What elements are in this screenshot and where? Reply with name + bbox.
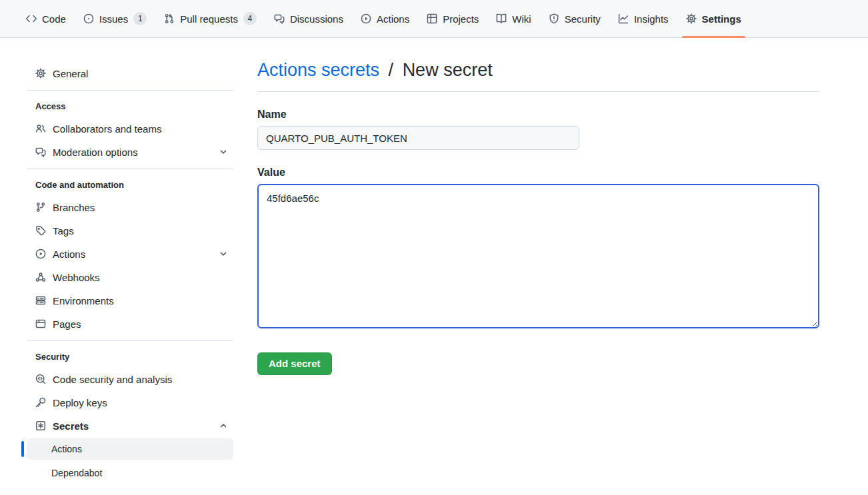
- secret-name-input[interactable]: [257, 126, 579, 150]
- name-label: Name: [257, 109, 819, 121]
- issues-count-badge: 1: [133, 12, 147, 25]
- chevron-up-icon: [219, 421, 228, 430]
- sidebar-item-collaborators-and-teams[interactable]: Collaborators and teams: [27, 118, 233, 139]
- table-icon: [427, 13, 437, 24]
- sidebar-item-label: Moderation options: [53, 147, 138, 158]
- repo-tab-bar: Code Issues 1 Pull requests 4 Discussion…: [0, 0, 868, 38]
- webhook-icon: [35, 272, 46, 282]
- sidebar-item-general[interactable]: General: [27, 63, 233, 84]
- sidebar-item-moderation-options[interactable]: Moderation options: [27, 141, 233, 163]
- browser-icon: [35, 318, 46, 329]
- tab-code[interactable]: Code: [19, 0, 73, 37]
- sidebar-item-label: Collaborators and teams: [53, 123, 161, 135]
- sidebar-item-label: Branches: [53, 202, 95, 213]
- sidebar-section-access: Access Collaborators and teams Moderatio…: [27, 90, 233, 163]
- page-title: New secret: [403, 60, 493, 80]
- sidebar-item-label: Pages: [53, 318, 81, 330]
- sidebar-item-pages[interactable]: Pages: [27, 313, 233, 334]
- shield-icon: [549, 13, 559, 24]
- new-secret-form: Actions secrets / New secret Name Value …: [257, 59, 819, 375]
- tab-settings[interactable]: Settings: [679, 0, 748, 37]
- sidebar-item-label: Tags: [53, 225, 74, 237]
- tab-wiki[interactable]: Wiki: [489, 0, 537, 37]
- tab-label: Pull requests: [180, 14, 238, 24]
- sidebar-item-label: Webhooks: [53, 272, 100, 283]
- sidebar-item-environments[interactable]: Environments: [27, 290, 233, 311]
- tab-security[interactable]: Security: [542, 0, 607, 37]
- tab-label: Settings: [702, 14, 741, 24]
- sidebar-item-label: Secrets: [53, 420, 89, 432]
- key-icon: [35, 397, 46, 408]
- tab-issues[interactable]: Issues 1: [77, 0, 153, 37]
- add-secret-button[interactable]: Add secret: [257, 352, 332, 375]
- tag-icon: [35, 225, 46, 236]
- tab-label: Insights: [634, 14, 669, 24]
- sidebar-section-security: Security Code security and analysis Depl…: [27, 340, 233, 484]
- sidebar-item-label: Deploy keys: [53, 397, 107, 408]
- tab-label: Projects: [443, 14, 479, 24]
- breadcrumb-separator: /: [389, 60, 394, 80]
- book-icon: [496, 13, 507, 24]
- heading-divider: [257, 91, 819, 92]
- sidebar-item-actions[interactable]: Actions: [27, 243, 233, 264]
- tab-label: Discussions: [290, 14, 343, 24]
- value-label: Value: [257, 167, 819, 179]
- sidebar-section-title: Code and automation: [27, 169, 233, 197]
- tab-label: Code: [42, 14, 66, 24]
- code-icon: [26, 13, 37, 24]
- server-icon: [35, 295, 46, 306]
- sidebar-item-label: Code security and analysis: [53, 374, 172, 385]
- sidebar-item-secrets[interactable]: Secrets: [27, 415, 233, 436]
- sidebar-section-title: Security: [27, 341, 233, 368]
- sidebar-item-branches[interactable]: Branches: [27, 197, 233, 218]
- sidebar-item-label: Actions: [51, 444, 82, 454]
- gear-icon: [35, 68, 46, 79]
- tab-pull-requests[interactable]: Pull requests 4: [157, 0, 263, 37]
- sidebar-item-deploy-keys[interactable]: Deploy keys: [27, 392, 233, 413]
- tab-label: Security: [565, 14, 601, 24]
- tab-label: Wiki: [512, 14, 531, 24]
- graph-icon: [618, 13, 629, 24]
- tab-actions[interactable]: Actions: [354, 0, 416, 37]
- sidebar-section-title: Access: [27, 91, 233, 118]
- sidebar-item-webhooks[interactable]: Webhooks: [27, 266, 233, 288]
- settings-sidebar: General Access Collaborators and teams M…: [27, 63, 233, 486]
- tab-projects[interactable]: Projects: [420, 0, 485, 37]
- tab-label: Actions: [377, 14, 409, 24]
- sidebar-item-code-security-and-analysis[interactable]: Code security and analysis: [27, 368, 233, 390]
- sidebar-item-label: Actions: [53, 248, 85, 260]
- asterisk-box-icon: [35, 420, 46, 431]
- issue-opened-icon: [83, 13, 94, 24]
- sidebar-item-label: Environments: [53, 295, 114, 306]
- sidebar-section-code-and-automation: Code and automation Branches Tags Action…: [27, 169, 233, 334]
- breadcrumb: Actions secrets / New secret: [257, 59, 819, 81]
- sidebar-item-label: General: [53, 68, 88, 79]
- tab-insights[interactable]: Insights: [611, 0, 675, 37]
- comment-discussion-icon: [35, 147, 46, 157]
- git-pull-request-icon: [164, 13, 175, 24]
- gear-icon: [686, 13, 697, 24]
- people-icon: [35, 123, 46, 134]
- tab-label: Issues: [99, 14, 128, 24]
- sidebar-item-label: Dependabot: [51, 468, 102, 478]
- codescan-icon: [35, 374, 46, 384]
- sidebar-item-tags[interactable]: Tags: [27, 220, 233, 241]
- chevron-down-icon: [219, 249, 228, 258]
- chevron-down-icon: [219, 147, 228, 157]
- tab-discussions[interactable]: Discussions: [267, 0, 350, 37]
- play-icon: [361, 13, 371, 24]
- secret-value-textarea[interactable]: [257, 184, 819, 328]
- sidebar-subitem-secrets-actions[interactable]: Actions: [27, 438, 233, 460]
- sidebar-subitem-secrets-dependabot[interactable]: Dependabot: [27, 462, 233, 484]
- breadcrumb-actions-secrets-link[interactable]: Actions secrets: [257, 60, 379, 80]
- git-branch-icon: [35, 202, 46, 213]
- play-icon: [35, 248, 46, 259]
- comment-discussion-icon: [274, 13, 285, 24]
- pull-requests-count-badge: 4: [243, 12, 257, 25]
